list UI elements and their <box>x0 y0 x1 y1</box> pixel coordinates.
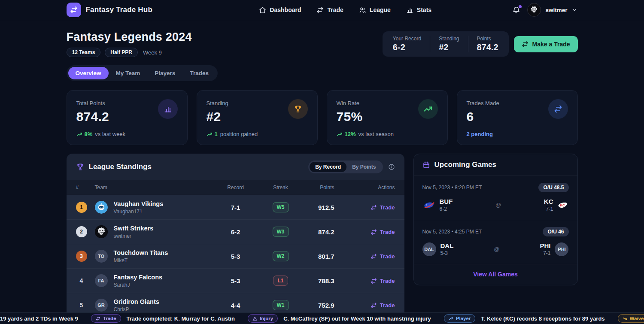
tab-overview[interactable]: Overview <box>68 67 109 79</box>
streak-badge: W5 <box>273 202 289 212</box>
table-row: 3 TO Touchdown Titans MikeT 5-3 W2 801.7… <box>67 244 404 268</box>
trade-button[interactable]: Trade <box>371 229 395 235</box>
nav-label: Dashboard <box>270 6 301 13</box>
info-icon[interactable] <box>388 164 395 170</box>
league-meta: 12 Teams Half PPR Week 9 <box>67 48 192 57</box>
rank-badge: 2 <box>76 226 87 237</box>
trade-button[interactable]: Trade <box>371 278 395 284</box>
table-row: 4 FA Fantasy Falcons SarahJ 5-3 L1 788.3… <box>67 268 404 293</box>
stat-cards: Total Points 874.2 8% vs last week Stand… <box>67 90 578 145</box>
table-row: 2 Swift Strikers switmer 6-2 W3 874.2 Tr… <box>67 219 404 244</box>
injury-badge: Injury <box>248 314 278 323</box>
rank-badge: 3 <box>76 251 87 262</box>
warning-icon <box>252 316 257 321</box>
streak-badge: W2 <box>273 251 289 261</box>
summary-your-record: Your Record 6-2 <box>384 36 430 52</box>
streak-badge: L1 <box>273 276 288 286</box>
toggle-by-record[interactable]: By Record <box>310 162 346 172</box>
game-row: Nov 5, 2023 • 8:20 PM ET O/U 48.5 BUF 6-… <box>414 176 577 220</box>
team-avatar: TO <box>95 250 108 263</box>
trophy-icon <box>76 163 85 171</box>
team-avatar <box>95 201 108 214</box>
trade-button[interactable]: Trade <box>371 302 395 309</box>
summary-standing: Standing #2 <box>430 36 468 52</box>
upcoming-games-panel: Upcoming Games Nov 5, 2023 • 8:20 PM ET … <box>413 154 578 285</box>
make-a-trade-button[interactable]: Make a Trade <box>514 36 578 52</box>
upcoming-title: Upcoming Games <box>434 160 497 169</box>
over-under-badge: O/U 48.5 <box>538 183 568 192</box>
ticker-item: 19 yards and 2 TDs in Week 9 <box>0 315 78 322</box>
card-win-rate: Win Rate 75% 12% vs last season <box>327 90 448 145</box>
trophy-icon <box>288 99 308 119</box>
tab-trades[interactable]: Trades <box>182 67 216 79</box>
news-ticker: 19 yards and 2 TDs in Week 9 Trade Trade… <box>0 312 644 324</box>
home-icon <box>259 6 266 14</box>
swap-icon <box>548 99 568 119</box>
view-tabs: Overview My Team Players Trades <box>67 65 218 81</box>
game-datetime: Nov 5, 2023 • 8:20 PM ET <box>422 185 482 191</box>
tab-players[interactable]: Players <box>147 67 182 79</box>
ticker-item: Trade Trade completed: K. Murray for C. … <box>91 314 235 323</box>
nav-item-stats[interactable]: Stats <box>406 6 431 14</box>
trend-up-icon <box>449 316 453 321</box>
tab-my-team[interactable]: My Team <box>109 67 148 79</box>
team-avatar: GR <box>95 299 108 312</box>
swap-icon <box>67 3 81 17</box>
team-avatar: DAL <box>422 242 436 256</box>
ticker-item: Waiver D. Hopkins claimed off waivers <box>618 314 644 323</box>
ticker-item: Injury C. McCaffrey (SF) out for Week 10… <box>248 314 431 323</box>
sort-toggle: By Record By Points <box>308 160 383 173</box>
main-nav: Dashboard Trade League Stats <box>259 6 431 14</box>
nav-item-league[interactable]: League <box>359 6 391 14</box>
swap-icon <box>522 41 529 48</box>
card-total-points: Total Points 874.2 8% vs last week <box>67 90 188 145</box>
standings-title: League Standings <box>89 163 152 171</box>
toggle-by-points[interactable]: By Points <box>346 162 381 172</box>
nav-item-trade[interactable]: Trade <box>316 6 343 14</box>
card-standing: Standing #2 1 position gained <box>197 90 318 145</box>
chevron-down-icon <box>571 7 577 13</box>
notification-dot <box>519 5 522 8</box>
chiefs-logo: KC <box>557 201 568 209</box>
nav-label: League <box>370 6 391 13</box>
trade-button[interactable]: Trade <box>371 253 395 260</box>
game-row: Nov 5, 2023 • 4:25 PM ET O/U 46 DAL DAL … <box>414 220 577 264</box>
user-menu[interactable]: switmer <box>527 3 577 17</box>
card-trades-made: Trades Made 6 2 pending <box>457 90 578 145</box>
summary-points: Points 874.2 <box>468 36 507 52</box>
over-under-badge: O/U 46 <box>543 227 568 236</box>
username: switmer <box>545 7 567 13</box>
app-logo[interactable]: Fantasy Trade Hub <box>67 3 153 17</box>
standings-header-row: # Team Record Streak Points Actions <box>67 180 404 195</box>
streak-badge: W1 <box>273 300 289 310</box>
rank-badge: 1 <box>76 202 87 213</box>
nav-label: Stats <box>417 6 431 13</box>
nav-item-dashboard[interactable]: Dashboard <box>259 6 301 14</box>
trend-down-icon <box>623 316 627 321</box>
trade-badge: Trade <box>91 314 121 323</box>
calendar-icon <box>422 161 430 169</box>
swap-icon <box>96 316 100 321</box>
trade-button[interactable]: Trade <box>371 204 395 211</box>
at-symbol: @ <box>495 202 501 208</box>
rank-label: 4 <box>76 275 87 286</box>
svg-text:KC: KC <box>560 203 565 207</box>
game-datetime: Nov 5, 2023 • 4:25 PM ET <box>422 229 482 235</box>
player-badge: Player <box>444 314 476 323</box>
swap-icon <box>316 6 324 14</box>
top-nav: Fantasy Trade Hub Dashboard Trade League… <box>0 0 644 20</box>
nav-label: Trade <box>327 6 343 13</box>
view-all-games-link[interactable]: View All Games <box>473 271 518 278</box>
pending-trades[interactable]: 2 pending <box>467 131 493 137</box>
trend-up-icon: 1 <box>207 131 218 137</box>
waiver-badge: Waiver <box>618 314 644 323</box>
streak-badge: W3 <box>273 227 289 237</box>
league-standings-panel: League Standings By Record By Points # T… <box>67 154 404 317</box>
notifications-bell-icon[interactable] <box>512 6 520 14</box>
table-row: 1 Vaughan Vikings Vaughan171 7-1 W5 912.… <box>67 195 404 219</box>
at-symbol: @ <box>494 246 499 252</box>
bills-logo <box>422 201 435 209</box>
page-title: Fantasy Legends 2024 <box>67 30 192 44</box>
teams-badge: 12 Teams <box>67 48 101 57</box>
record-summary: Your Record 6-2 Standing #2 Points 874.2 <box>383 31 509 57</box>
